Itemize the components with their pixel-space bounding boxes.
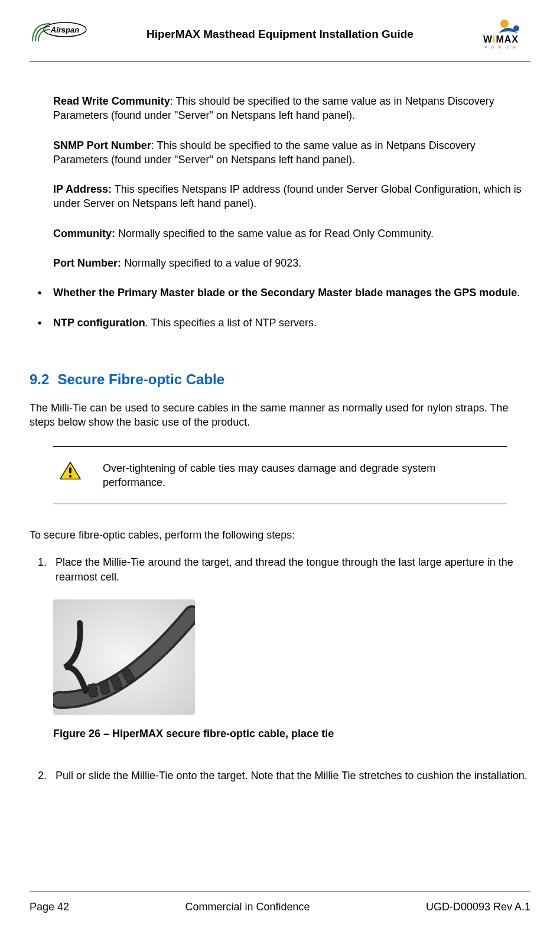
bullet-bold: NTP configuration	[53, 317, 145, 329]
svg-rect-3	[69, 467, 71, 473]
header-title: HiperMAX Masthead Equipment Installation…	[89, 28, 471, 41]
page-header: Airspan HiperMAX Masthead Equipment Inst…	[30, 18, 530, 61]
bullet-text: NTP configuration. This specifies a list…	[53, 316, 530, 330]
step-number: 1.	[38, 555, 56, 584]
page: Airspan HiperMAX Masthead Equipment Inst…	[0, 0, 560, 934]
bullet-text: Whether the Primary Master blade or the …	[53, 286, 530, 300]
warning-text: Over-tightening of cable ties may causes…	[103, 461, 501, 490]
wimax-text: WiMAX	[483, 34, 519, 44]
footer-confidentiality: Commercial in Confidence	[185, 901, 310, 913]
footer-doc-id: UGD-D00093 Rev A.1	[426, 901, 530, 913]
bullet-marker: •	[38, 286, 53, 300]
definition-label: SNMP Port Number	[53, 140, 151, 151]
footer-page-number: Page 42	[30, 901, 69, 913]
figure-caption: Figure 26 – HiperMAX secure fibre-optic …	[53, 728, 530, 740]
definition-port-number: Port Number: Normally specified to a val…	[53, 256, 530, 270]
definition-sep: :	[170, 95, 176, 107]
svg-point-2	[513, 25, 519, 31]
step-1: 1. Place the Millie-Tie around the targe…	[38, 555, 530, 584]
svg-point-1	[500, 20, 509, 28]
figure-image-placeholder	[53, 599, 195, 715]
definition-label: Community:	[53, 228, 115, 239]
wimax-forum-logo: WiMAX F O R U M	[471, 18, 530, 50]
definition-label: Port Number:	[53, 257, 121, 269]
airspan-logo-text: Airspan	[50, 25, 79, 34]
warning-icon	[59, 461, 82, 481]
section-number: 9.2	[30, 371, 49, 387]
bullet-gps-module: • Whether the Primary Master blade or th…	[38, 286, 530, 300]
definition-read-write-community: Read Write Community: This should be spe…	[53, 94, 530, 123]
step-2: 2. Pull or slide the Millie-Tie onto the…	[38, 768, 530, 783]
section-title: Secure Fibre-optic Cable	[57, 371, 224, 387]
definition-text: Normally specified to the same value as …	[118, 228, 434, 239]
warning-callout: Over-tightening of cable ties may causes…	[53, 446, 507, 505]
step-number: 2.	[38, 768, 56, 783]
definition-snmp-port-number: SNMP Port Number: This should be specifi…	[53, 138, 530, 167]
step-text: Place the Millie-Tie around the target, …	[56, 555, 530, 584]
definition-text: Normally specified to a value of 9023.	[124, 257, 301, 269]
bullet-bold: Whether the Primary Master blade or the …	[53, 287, 517, 299]
bullet-tail: . This specifies a list of NTP servers.	[145, 317, 317, 329]
definition-label: IP Address:	[53, 183, 112, 195]
step-text: Pull or slide the Millie-Tie onto the ta…	[56, 768, 528, 783]
airspan-logo: Airspan	[30, 18, 89, 50]
bullet-ntp-configuration: • NTP configuration. This specifies a li…	[38, 316, 530, 330]
steps-intro: To secure fibre-optic cables, perform th…	[30, 528, 530, 542]
page-footer: Page 42 Commercial in Confidence UGD-D00…	[30, 891, 530, 913]
section-heading: 9.2Secure Fibre-optic Cable	[30, 371, 530, 388]
svg-point-4	[69, 475, 71, 477]
definition-text: This specifies Netspans IP address (foun…	[53, 183, 522, 209]
figure-26: Figure 26 – HiperMAX secure fibre-optic …	[53, 599, 530, 740]
definition-ip-address: IP Address: This specifies Netspans IP a…	[53, 182, 530, 211]
forum-text: F O R U M	[484, 46, 517, 49]
section-intro: The Milli-Tie can be used to secure cabl…	[30, 401, 530, 430]
definition-label: Read Write Community	[53, 95, 170, 107]
bullet-marker: •	[38, 316, 53, 330]
definition-sep: :	[151, 140, 157, 151]
bullet-tail: .	[517, 287, 520, 299]
definition-community: Community: Normally specified to the sam…	[53, 226, 530, 241]
